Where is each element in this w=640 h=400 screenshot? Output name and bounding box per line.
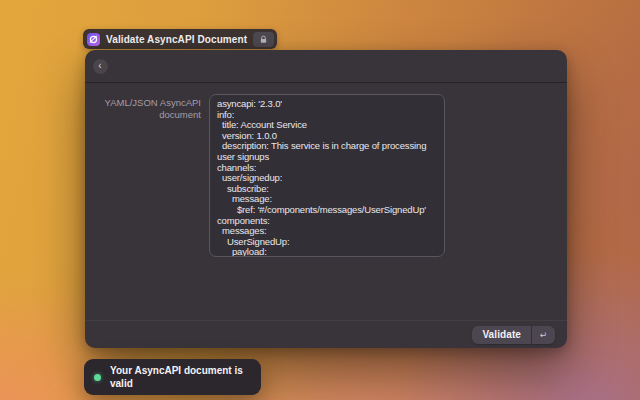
validate-button-label: Validate: [472, 326, 531, 344]
window-header: ‹: [85, 50, 567, 83]
chevron-left-icon: ‹: [98, 59, 101, 73]
back-button[interactable]: ‹: [93, 59, 108, 74]
document-field-label-line2: document: [101, 109, 201, 121]
lock-icon: [259, 35, 268, 44]
asyncapi-document-textarea[interactable]: asyncapi: '2.3.0' info: title: Account S…: [209, 94, 445, 257]
success-status-dot: [94, 374, 101, 381]
document-field-label-line1: YAML/JSON AsyncAPI: [101, 97, 201, 109]
enter-key-icon: ↵: [531, 326, 555, 344]
window-footer: Validate ↵: [85, 320, 567, 348]
toast-message: Your AsyncAPI document is valid: [110, 364, 248, 390]
document-field-label: YAML/JSON AsyncAPI document: [101, 97, 201, 121]
asyncapi-extension-icon: [87, 33, 100, 46]
toast-notification: Your AsyncAPI document is valid: [84, 359, 261, 395]
lock-button[interactable]: [253, 32, 274, 47]
validate-asyncapi-window: ‹ YAML/JSON AsyncAPI document asyncapi: …: [85, 50, 567, 348]
desktop-background: Validate AsyncAPI Document ‹ YAML/JSON A…: [0, 0, 640, 400]
validate-button[interactable]: Validate ↵: [472, 326, 555, 344]
command-pill: Validate AsyncAPI Document: [83, 29, 277, 49]
command-pill-title: Validate AsyncAPI Document: [106, 34, 247, 45]
